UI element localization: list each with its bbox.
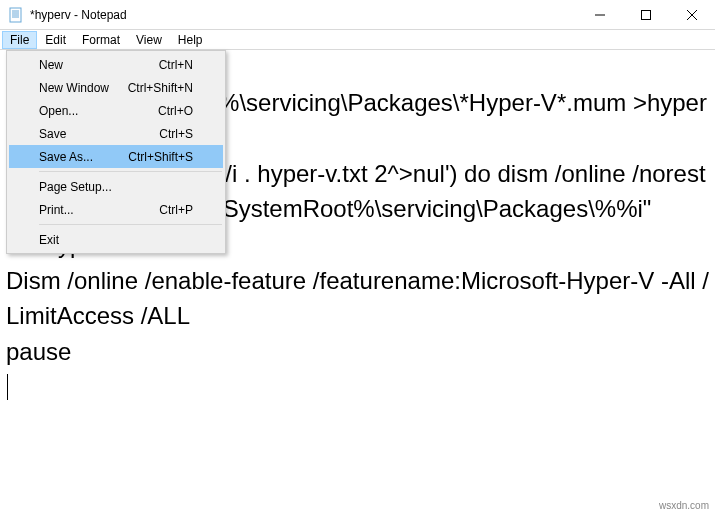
menu-item-shortcut: Ctrl+Shift+N <box>128 81 193 95</box>
menu-item-new[interactable]: New Ctrl+N <box>9 53 223 76</box>
menu-item-page-setup[interactable]: Page Setup... <box>9 175 223 198</box>
file-menu-dropdown: New Ctrl+N New Window Ctrl+Shift+N Open.… <box>6 50 226 254</box>
minimize-button[interactable] <box>577 0 623 29</box>
window-title: *hyperv - Notepad <box>30 8 577 22</box>
menu-item-open[interactable]: Open... Ctrl+O <box>9 99 223 122</box>
menu-item-label: New <box>39 58 159 72</box>
menu-item-label: New Window <box>39 81 128 95</box>
menu-separator <box>39 171 222 172</box>
menu-item-label: Save As... <box>39 150 128 164</box>
watermark: wsxdn.com <box>659 500 709 511</box>
menu-item-shortcut: Ctrl+S <box>159 127 193 141</box>
menu-edit[interactable]: Edit <box>37 31 74 49</box>
menu-item-shortcut: Ctrl+N <box>159 58 193 72</box>
title-bar: *hyperv - Notepad <box>0 0 715 30</box>
menu-item-save-as[interactable]: Save As... Ctrl+Shift+S <box>9 145 223 168</box>
menu-item-label: Page Setup... <box>39 180 193 194</box>
text-caret <box>7 374 8 400</box>
svg-rect-6 <box>642 10 651 19</box>
menu-item-label: Open... <box>39 104 158 118</box>
maximize-button[interactable] <box>623 0 669 29</box>
menu-item-shortcut: Ctrl+Shift+S <box>128 150 193 164</box>
menu-format[interactable]: Format <box>74 31 128 49</box>
menu-item-label: Print... <box>39 203 159 217</box>
menu-item-label: Exit <box>39 233 193 247</box>
menu-item-exit[interactable]: Exit <box>9 228 223 251</box>
menu-help[interactable]: Help <box>170 31 211 49</box>
window-controls <box>577 0 715 29</box>
menu-item-shortcut: Ctrl+O <box>158 104 193 118</box>
menu-item-save[interactable]: Save Ctrl+S <box>9 122 223 145</box>
notepad-icon <box>8 7 24 23</box>
menu-separator <box>39 224 222 225</box>
menu-view[interactable]: View <box>128 31 170 49</box>
menu-item-shortcut: Ctrl+P <box>159 203 193 217</box>
close-button[interactable] <box>669 0 715 29</box>
menu-file[interactable]: File <box>2 31 37 49</box>
menu-item-new-window[interactable]: New Window Ctrl+Shift+N <box>9 76 223 99</box>
menu-item-label: Save <box>39 127 159 141</box>
menu-item-print[interactable]: Print... Ctrl+P <box>9 198 223 221</box>
menu-bar: File Edit Format View Help <box>0 30 715 50</box>
